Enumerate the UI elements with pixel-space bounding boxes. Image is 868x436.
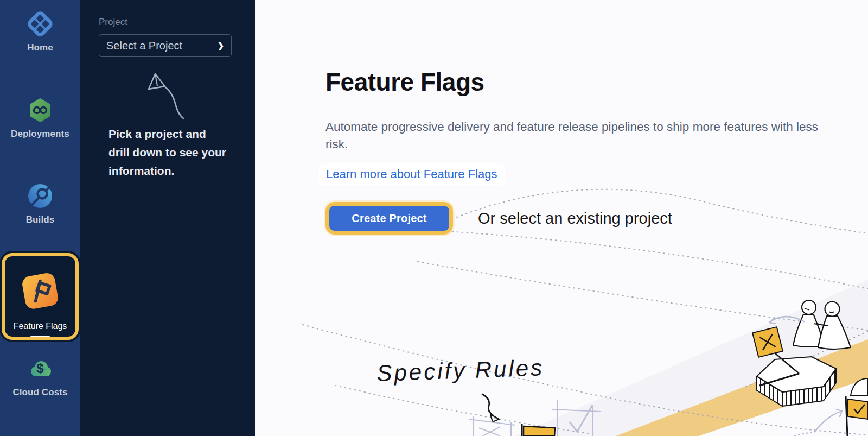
learn-more-chip: Learn more about Feature Flags	[319, 163, 505, 185]
project-hint-text: Pick a project and drill down to see you…	[108, 125, 227, 180]
sidebar-item-label: Cloud Costs	[12, 387, 67, 398]
cloud-costs-icon: $	[26, 355, 54, 383]
project-selector-value: Select a Project	[106, 40, 182, 52]
specify-rules-annotation: Specify Rules	[376, 355, 545, 386]
builds-icon	[26, 182, 54, 210]
create-project-button[interactable]: Create Project	[329, 206, 449, 231]
learn-more-link[interactable]: Learn more about Feature Flags	[326, 167, 497, 181]
sidebar-item-cloud-costs[interactable]: $ Cloud Costs	[0, 355, 80, 398]
project-label: Project	[99, 17, 127, 28]
primary-sidebar: Home Deployments	[0, 0, 80, 436]
create-project-highlight-ring: Create Project	[326, 202, 453, 235]
page-title: Feature Flags	[326, 67, 484, 97]
sidebar-item-label: Home	[27, 42, 53, 53]
or-select-existing-text: Or select an existing project	[478, 210, 672, 228]
feature-flags-icon	[16, 267, 64, 315]
doodle-arrow-icon	[129, 66, 194, 131]
page-description: Automate progressive delivery and featur…	[326, 118, 841, 153]
sidebar-item-feature-flags[interactable]: Feature Flags	[2, 253, 79, 340]
selected-indicator	[30, 336, 50, 337]
chevron-right-icon: ❯	[217, 41, 224, 50]
sidebar-item-deployments[interactable]: Deployments	[0, 96, 80, 140]
sidebar-item-home[interactable]: Home	[0, 10, 80, 53]
deployments-icon	[26, 96, 54, 124]
check-flag-icon	[846, 378, 868, 436]
project-panel: Project Select a Project ❯ Pick a projec…	[80, 0, 255, 436]
app-root: Home Deployments	[0, 0, 868, 436]
sidebar-item-label: Deployments	[11, 129, 69, 140]
sidebar-item-label: Builds	[26, 214, 55, 225]
dollar-glyph: $	[36, 361, 44, 376]
project-selector[interactable]: Select a Project ❯	[99, 34, 232, 57]
main-content: Specify Rules	[255, 0, 868, 436]
sidebar-item-label: Feature Flags	[14, 321, 67, 331]
sidebar-item-builds[interactable]: Builds	[0, 182, 80, 225]
cta-row: Create Project Or select an existing pro…	[326, 202, 672, 235]
x-flag-icon	[752, 327, 783, 357]
home-icon	[26, 10, 54, 38]
